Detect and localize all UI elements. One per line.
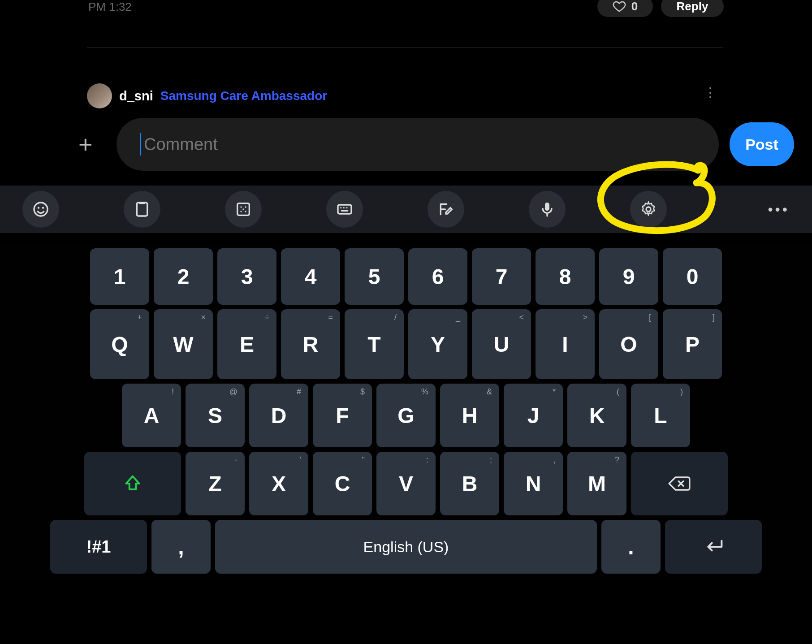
handwriting-icon	[437, 200, 455, 218]
key-b[interactable]: ;B	[440, 452, 499, 515]
key-j[interactable]: *J	[504, 384, 563, 447]
svg-point-0	[34, 203, 48, 216]
key-s[interactable]: @S	[186, 384, 245, 447]
emoji-button[interactable]	[22, 191, 59, 228]
home-row: !A @S #D $F %G &H *J (K )L	[50, 384, 762, 447]
period-key[interactable]: .	[601, 520, 661, 574]
next-comment-header[interactable]: d_sni Samsung Care Ambassador	[87, 83, 327, 108]
key-t[interactable]: /T	[345, 309, 404, 379]
gear-icon	[639, 200, 657, 218]
key-x[interactable]: 'X	[249, 452, 308, 515]
key-l[interactable]: )L	[631, 384, 690, 447]
comment-input[interactable]: Comment	[117, 118, 719, 171]
svg-point-10	[242, 208, 244, 210]
key-o[interactable]: [O	[599, 309, 658, 379]
handwriting-button[interactable]	[428, 191, 464, 228]
svg-point-6	[240, 206, 242, 207]
comment-compose-bar: + Comment Post	[0, 117, 812, 172]
svg-rect-3	[137, 203, 147, 216]
enter-key[interactable]	[665, 520, 762, 574]
on-screen-keyboard: 1 2 3 4 5 6 7 8 9 0 +Q ×W ÷E =R /T _Y <U…	[0, 246, 812, 578]
key-3[interactable]: 3	[217, 248, 276, 305]
text-extract-icon	[234, 200, 252, 218]
key-f[interactable]: $F	[313, 384, 372, 447]
key-6[interactable]: 6	[408, 248, 467, 305]
keyboard-icon	[336, 200, 354, 218]
heart-icon	[613, 0, 626, 13]
key-i[interactable]: >I	[536, 309, 595, 379]
key-v[interactable]: :V	[376, 452, 436, 515]
key-c[interactable]: "C	[313, 452, 372, 515]
key-k[interactable]: (K	[567, 384, 626, 447]
key-u[interactable]: <U	[472, 309, 531, 379]
svg-point-8	[240, 211, 242, 212]
user-badge: Samsung Care Ambassador	[160, 89, 327, 103]
microphone-icon	[538, 200, 556, 218]
post-button[interactable]: Post	[730, 122, 794, 166]
key-9[interactable]: 9	[599, 248, 658, 305]
reply-button[interactable]: Reply	[661, 0, 724, 17]
key-7[interactable]: 7	[472, 248, 531, 305]
comment-timestamp: PM 1:32	[88, 0, 132, 14]
symbols-key[interactable]: !#1	[50, 520, 147, 574]
svg-rect-4	[139, 202, 145, 204]
comma-key[interactable]: ,	[151, 520, 211, 574]
key-p[interactable]: ]P	[663, 309, 722, 379]
key-z[interactable]: -Z	[186, 452, 245, 515]
qwerty-row: +Q ×W ÷E =R /T _Y <U >I [O ]P	[50, 309, 762, 379]
key-n[interactable]: ,N	[504, 452, 563, 515]
key-q[interactable]: +Q	[90, 309, 149, 379]
key-g[interactable]: %G	[376, 384, 436, 447]
key-1[interactable]: 1	[90, 248, 149, 305]
key-5[interactable]: 5	[345, 248, 404, 305]
key-y[interactable]: _Y	[408, 309, 467, 379]
keyboard-toolbar: •••	[0, 186, 812, 233]
like-button[interactable]: 0	[597, 0, 653, 17]
clipboard-icon	[133, 200, 151, 218]
attach-button[interactable]: +	[78, 130, 93, 158]
space-row: !#1 , English (US) .	[50, 520, 762, 574]
bottom-letter-row: -Z 'X "C :V ;B ,N ?M	[50, 452, 762, 515]
voice-input-button[interactable]	[529, 191, 566, 228]
key-h[interactable]: &H	[440, 384, 499, 447]
like-count: 0	[631, 0, 638, 13]
shift-key[interactable]	[84, 452, 181, 515]
enter-icon	[702, 539, 725, 555]
key-r[interactable]: =R	[281, 309, 340, 379]
text-extract-button[interactable]	[225, 191, 262, 228]
key-0[interactable]: 0	[663, 248, 722, 305]
svg-point-1	[38, 207, 39, 209]
key-4[interactable]: 4	[281, 248, 340, 305]
key-d[interactable]: #D	[249, 384, 308, 447]
svg-point-7	[245, 206, 246, 207]
key-e[interactable]: ÷E	[217, 309, 276, 379]
key-2[interactable]: 2	[154, 248, 213, 305]
emoji-icon	[32, 200, 50, 218]
key-a[interactable]: !A	[122, 384, 181, 447]
keyboard-mode-button[interactable]	[326, 191, 363, 228]
key-m[interactable]: ?M	[567, 452, 626, 515]
shift-icon	[123, 474, 143, 493]
username[interactable]: d_sni	[119, 89, 153, 104]
comment-meta: PM 1:32 0 Reply	[53, 0, 756, 18]
comments-thread-area: PM 1:32 0 Reply d_sni Samsung Care Ambas…	[53, 0, 756, 102]
toolbar-more-button[interactable]: •••	[768, 201, 790, 218]
svg-point-9	[245, 211, 246, 212]
svg-point-2	[42, 207, 44, 209]
svg-rect-11	[338, 205, 351, 214]
settings-button[interactable]	[630, 191, 667, 228]
comment-placeholder: Comment	[144, 135, 218, 154]
svg-point-17	[646, 207, 651, 212]
text-caret	[140, 133, 141, 156]
space-key[interactable]: English (US)	[215, 520, 597, 574]
key-w[interactable]: ×W	[154, 309, 213, 379]
backspace-key[interactable]	[631, 452, 728, 515]
divider	[87, 48, 723, 48]
comment-overflow-menu[interactable]: ⋮	[704, 90, 717, 95]
svg-rect-16	[545, 203, 549, 211]
backspace-icon	[667, 474, 691, 493]
number-row: 1 2 3 4 5 6 7 8 9 0	[50, 248, 762, 305]
key-8[interactable]: 8	[536, 248, 595, 305]
avatar[interactable]	[87, 83, 112, 108]
clipboard-button[interactable]	[124, 191, 160, 228]
